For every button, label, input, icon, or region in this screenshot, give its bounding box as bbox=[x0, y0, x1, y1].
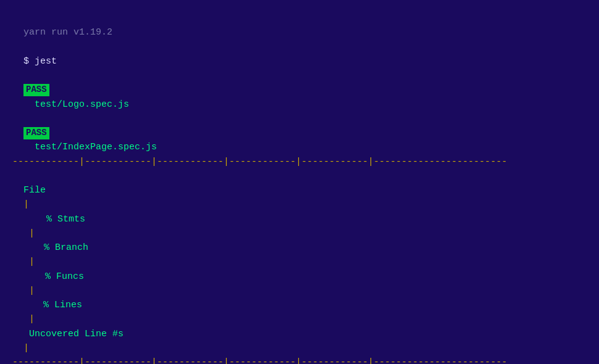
test-file-2: test/IndexPage.spec.js bbox=[23, 142, 157, 152]
table-header: File | % Stmts | % Branch | % Funcs | % … bbox=[12, 169, 587, 355]
divider-mid: ------------|------------|------------|-… bbox=[12, 355, 587, 364]
pass-badge-2: PASS bbox=[23, 127, 49, 139]
pass-line-2: PASS test/IndexPage.spec.js bbox=[12, 112, 587, 155]
test-file-1: test/Logo.spec.js bbox=[23, 99, 129, 110]
col-header-uncov: Uncovered Line #s bbox=[23, 327, 147, 341]
col-header-stmts: % Stmts bbox=[23, 212, 85, 226]
divider-top: ------------|------------|------------|-… bbox=[12, 155, 587, 169]
pass-badge-1: PASS bbox=[23, 84, 49, 96]
pass-line-1: PASS test/Logo.spec.js bbox=[12, 68, 587, 112]
col-header-file: File bbox=[23, 183, 98, 197]
col-header-branch: % Branch bbox=[23, 241, 88, 255]
col-header-lines: % Lines bbox=[23, 298, 82, 312]
yarn-version-line: yarn run v1.19.2 bbox=[12, 11, 587, 40]
jest-cmd-text: $ jest bbox=[23, 56, 57, 67]
yarn-version-text: yarn run v1.19.2 bbox=[23, 27, 112, 38]
jest-cmd-line: $ jest bbox=[12, 40, 587, 69]
col-header-funcs: % Funcs bbox=[23, 270, 84, 284]
